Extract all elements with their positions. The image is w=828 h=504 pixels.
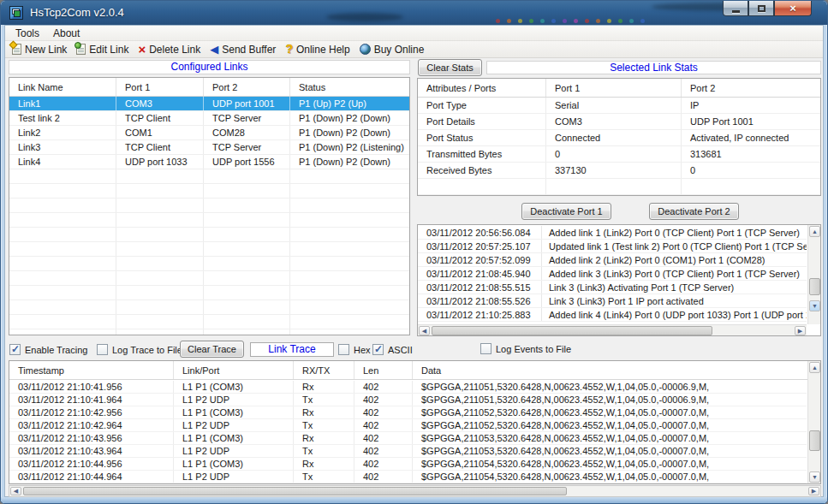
table-row[interactable]: 03/11/2012 21:10:41.956L1 P1 (COM3)Rx402…	[9, 381, 807, 394]
table-row-empty	[9, 184, 409, 199]
event-message: Updated link 1 (Test link 2) Port 0 (TCP…	[542, 241, 807, 252]
table-row[interactable]: Link4UDP port 1033UDP port 1556P1 (Down)…	[9, 155, 409, 169]
link-cell: Link4	[9, 155, 116, 169]
scroll-right-icon[interactable]: ▶	[795, 326, 806, 335]
buy-online-button[interactable]: Buy Online	[356, 43, 431, 56]
empty-cell	[116, 300, 204, 314]
table-row[interactable]: Port DetailsCOM3UDP Port 1001	[418, 114, 820, 130]
event-log-horizontal-scrollbar[interactable]: ◀ ▶	[418, 324, 807, 335]
table-row[interactable]: Port TypeSerialIP	[418, 98, 820, 114]
link-cell: Test link 2	[9, 111, 116, 125]
table-row[interactable]: 03/11/2012 21:10:42.964L1 P2 UDPTx402$GP…	[9, 419, 807, 432]
edit-link-icon	[76, 44, 86, 55]
scroll-left-icon[interactable]: ◀	[419, 326, 430, 335]
send-buffer-button[interactable]: ◀Send Buffer	[206, 43, 282, 56]
scroll-up-icon[interactable]: ▲	[809, 362, 820, 373]
event-log-vertical-scrollbar[interactable]: ▲ ▼	[807, 225, 820, 324]
table-row[interactable]: 03/11/2012 21:10:44.964L1 P2 UDPTx402$GP…	[9, 471, 807, 483]
column-header: Timestamp	[9, 361, 174, 379]
menu-bar: ToolsAbout	[5, 26, 823, 41]
trace-horizontal-scrollbar[interactable]: ◀ ▶	[9, 485, 821, 497]
table-row[interactable]: Received Bytes3371300	[418, 163, 820, 179]
checkmark-icon	[338, 344, 349, 355]
trace-cell: 03/11/2012 21:10:43.956	[9, 432, 174, 444]
table-row[interactable]: 03/11/2012 21:10:41.964L1 P2 UDPTx402$GP…	[9, 394, 807, 406]
new-link-button[interactable]: New Link	[9, 43, 73, 56]
event-log-entry[interactable]: 03/11/2012 21:08:45.940Added link 3 (Lin…	[418, 267, 807, 281]
link-cell: P1 (Down) P2 (Listening)	[290, 140, 409, 154]
empty-cell	[290, 169, 409, 183]
trace-cell: Rx	[294, 432, 354, 444]
scroll-right-icon[interactable]: ▶	[808, 487, 819, 495]
title-bar[interactable]: HsTcp2Com v2.0.4 ×	[1, 1, 827, 25]
table-row[interactable]: Test link 2TCP ClientTCP ServerP1 (Down)…	[9, 111, 409, 126]
trace-scroll-thumb[interactable]	[809, 430, 820, 451]
table-row[interactable]: Port StatusConnectedActivated, IP connec…	[418, 130, 820, 146]
event-log-entry[interactable]: 03/11/2012 20:57:25.107Updated link 1 (T…	[418, 240, 807, 253]
ascii-checkbox[interactable]: ASCII	[372, 344, 413, 355]
empty-cell	[116, 169, 204, 183]
table-row-empty	[9, 315, 409, 329]
configured-links-table[interactable]: Link NamePort 1Port 2Status Link1COM3UDP…	[9, 77, 410, 335]
trace-table[interactable]: TimestampLink/PortRX/TXLenData 03/11/201…	[9, 360, 821, 484]
link-cell: UDP port 1001	[204, 97, 290, 110]
clear-stats-button[interactable]: Clear Stats	[418, 59, 482, 76]
scroll-down-icon[interactable]: ▼	[809, 471, 820, 483]
empty-cell	[204, 286, 290, 299]
event-log-entry[interactable]: 03/11/2012 21:08:55.515Link 3 (Link3) Ac…	[418, 281, 807, 294]
event-timestamp: 03/11/2012 20:57:52.099	[418, 253, 542, 266]
empty-cell	[9, 300, 116, 314]
menu-item-about[interactable]: About	[46, 26, 86, 41]
column-header: Len	[354, 361, 413, 379]
log-trace-to-file-checkbox[interactable]: Log Trace to File	[97, 344, 182, 355]
column-header: Link Name	[9, 78, 116, 96]
deactivate-port2-button[interactable]: Deactivate Port 2	[649, 203, 739, 220]
event-log-entry[interactable]: 03/11/2012 21:10:25.883Added link 4 (Lin…	[418, 308, 807, 322]
event-log-entry[interactable]: 03/11/2012 20:56:56.084Added link 1 (Lin…	[418, 226, 807, 240]
close-button[interactable]: ×	[774, 1, 812, 16]
table-row[interactable]: 03/11/2012 21:10:42.956L1 P1 (COM3)Rx402…	[9, 406, 807, 419]
trace-cell: 402	[354, 471, 413, 483]
maximize-button[interactable]	[748, 1, 774, 16]
scroll-left-icon[interactable]: ◀	[10, 487, 21, 495]
link-cell: Link3	[9, 140, 116, 154]
scroll-up-icon[interactable]: ▲	[809, 226, 820, 237]
checkbox-label: Enable Tracing	[25, 345, 87, 355]
hex-checkbox[interactable]: Hex	[338, 344, 371, 355]
scroll-down-icon[interactable]: ▼	[809, 300, 820, 311]
table-row[interactable]: Link3TCP ClientTCP ServerP1 (Down) P2 (L…	[9, 140, 409, 155]
event-log-entry[interactable]: 03/11/2012 20:57:52.099Added link 2 (Lin…	[418, 253, 807, 267]
empty-cell	[204, 242, 290, 256]
table-row[interactable]: Link2COM1COM28P1 (Down) P2 (Down)	[9, 126, 409, 140]
window-controls: ×	[723, 1, 812, 16]
log-events-to-file-checkbox[interactable]: Log Events to File	[480, 343, 571, 354]
link-cell: Link1	[9, 97, 116, 110]
table-row[interactable]: 03/11/2012 21:10:43.956L1 P1 (COM3)Rx402…	[9, 432, 807, 445]
trace-cell: 402	[354, 445, 413, 457]
table-row[interactable]: Transmitted Bytes0313681	[418, 146, 820, 163]
event-log-scroll-thumb[interactable]	[809, 278, 820, 295]
minimize-button[interactable]	[723, 1, 748, 16]
delete-link-button[interactable]: ×Delete Link	[134, 43, 206, 56]
empty-cell	[290, 184, 409, 198]
stat-cell: Port Details	[418, 114, 546, 129]
close-icon: ×	[789, 2, 796, 15]
clear-trace-button[interactable]: Clear Trace	[180, 341, 244, 358]
table-row-empty	[9, 329, 409, 335]
enable-tracing-checkbox[interactable]: Enable Tracing	[9, 344, 87, 355]
trace-hscroll-thumb[interactable]	[23, 487, 567, 495]
empty-cell	[9, 242, 116, 256]
event-log-entry[interactable]: 03/11/2012 21:08:55.526Link 3 (Link3) Po…	[418, 294, 807, 308]
event-log-hscroll-thumb[interactable]	[432, 326, 712, 335]
trace-cell: $GPGGA,211051,5320.6428,N,00623.4552,W,1…	[413, 394, 807, 406]
table-row[interactable]: 03/11/2012 21:10:43.964L1 P2 UDPTx402$GP…	[9, 445, 807, 458]
menu-item-tools[interactable]: Tools	[9, 26, 46, 41]
online-help-button[interactable]: ?Online Help	[282, 43, 355, 56]
table-row[interactable]: 03/11/2012 21:10:44.956L1 P1 (COM3)Rx402…	[9, 458, 807, 471]
event-message: Link 3 (Link3) Port 1 IP port activated	[542, 296, 704, 306]
deactivate-port1-button[interactable]: Deactivate Port 1	[521, 203, 611, 220]
edit-link-button[interactable]: Edit Link	[73, 43, 134, 56]
event-log[interactable]: 03/11/2012 20:56:56.084Added link 1 (Lin…	[417, 224, 821, 336]
table-row[interactable]: Link1COM3UDP port 1001P1 (Up) P2 (Up)	[9, 97, 409, 111]
trace-vertical-scrollbar[interactable]: ▲ ▼	[807, 361, 820, 483]
